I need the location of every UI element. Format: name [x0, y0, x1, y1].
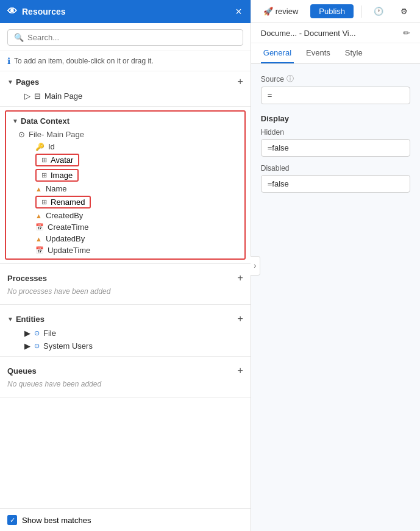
processes-header-left: Processes	[7, 274, 47, 283]
right-content: Source ⓘ Display Hidden Disabled	[251, 64, 420, 531]
renamed-icon: ⊞	[41, 198, 47, 206]
field-avatar-highlighted[interactable]: ⊞ Avatar	[35, 154, 79, 166]
entity-system-users-item[interactable]: ▶ ⊙ System Users	[0, 340, 251, 352]
header-title-group: 👁 Resources	[7, 6, 66, 17]
updatedby-label: UpdatedBy	[46, 234, 85, 243]
source-field-label: Source ⓘ	[261, 74, 410, 84]
entities-add-button[interactable]: +	[237, 313, 243, 324]
publish-label: Publish	[319, 7, 345, 16]
disabled-input[interactable]	[261, 175, 410, 193]
entity-systemusers-icon: ⊙	[34, 342, 40, 350]
preview-button[interactable]: 🚀 review	[258, 4, 304, 18]
pages-header-left: ▼ Pages	[7, 77, 39, 87]
data-context-chevron-icon: ▼	[12, 118, 18, 124]
best-matches-label: Show best matches	[22, 516, 91, 525]
display-section: Display Hidden Disabled	[261, 114, 410, 193]
info-icon: ℹ	[7, 56, 10, 66]
main-page-item[interactable]: ▷ ⊟ Main Page	[0, 90, 251, 102]
edit-icon[interactable]: ✏	[403, 28, 410, 38]
right-panel: 🚀 review Publish 🕐 ⚙ Docume... - Documen…	[251, 0, 420, 531]
display-label: Display	[261, 114, 410, 123]
updatedby-icon: ▲	[35, 235, 42, 243]
close-button[interactable]: ×	[234, 5, 243, 18]
field-id[interactable]: 🔑 Id	[6, 141, 244, 152]
field-name[interactable]: ▲ Name	[6, 183, 244, 194]
field-avatar-row: ⊞ Avatar	[6, 152, 244, 168]
breadcrumb-row: Docume... - Document Vi... ✏	[251, 23, 420, 43]
pages-label: Pages	[16, 77, 39, 87]
hidden-input[interactable]	[261, 139, 410, 157]
right-tabs: General Events Style	[251, 43, 420, 64]
file-group-header: ⊙ File- Main Page	[6, 128, 244, 141]
queues-header-left: Queues	[7, 366, 37, 376]
createdby-label: CreatedBy	[46, 211, 83, 220]
createtime-icon: 📅	[35, 223, 44, 231]
entities-label: Entities	[16, 315, 44, 324]
left-panel-header: 👁 Resources ×	[0, 0, 251, 23]
search-input[interactable]	[27, 33, 237, 42]
divider-3	[0, 304, 251, 305]
tab-general[interactable]: General	[261, 43, 294, 63]
processes-empty-msg: No processes have been added	[0, 286, 251, 301]
history-icon: 🕐	[374, 7, 383, 16]
renamed-label: Renamed	[51, 198, 85, 207]
pages-chevron-icon: ▼	[7, 79, 13, 85]
panel-title: Resources	[22, 7, 66, 16]
disabled-field-group: Disabled	[261, 164, 410, 193]
entity-file-label: File	[43, 329, 56, 338]
field-image-highlighted[interactable]: ⊞ Image	[35, 169, 79, 182]
field-createtime[interactable]: 📅 CreateTime	[6, 221, 244, 233]
page-icon: ▷	[24, 91, 30, 101]
field-renamed-highlighted[interactable]: ⊞ Renamed	[35, 196, 91, 208]
field-image-row: ⊞ Image	[6, 168, 244, 183]
field-updatetime[interactable]: 📅 UpdateTime	[6, 244, 244, 256]
divider-5	[0, 397, 251, 397]
processes-section-header: Processes +	[0, 268, 251, 286]
expand-arrow[interactable]: ›	[251, 256, 260, 276]
preview-icon: 🚀	[263, 7, 273, 16]
image-icon: ⊞	[41, 171, 47, 179]
topbar-divider	[361, 5, 361, 18]
id-label: Id	[48, 142, 55, 151]
search-area: 🔍	[0, 23, 251, 51]
left-panel: 👁 Resources × 🔍 ℹ To add an item, double…	[0, 0, 251, 531]
queues-add-button[interactable]: +	[237, 365, 243, 376]
hint-row: ℹ To add an item, double-click on it or …	[0, 51, 251, 71]
pages-section-header: ▼ Pages +	[0, 71, 251, 90]
divider-1	[0, 106, 251, 107]
entity-file-item[interactable]: ▶ ⊙ File	[0, 327, 251, 340]
search-icon: 🔍	[14, 33, 24, 42]
tab-style[interactable]: Style	[343, 43, 365, 63]
data-context-label: Data Context	[21, 116, 69, 126]
createtime-label: CreateTime	[48, 223, 88, 232]
settings-button[interactable]: ⚙	[396, 4, 413, 18]
file-group-icon: ⊙	[18, 130, 25, 139]
field-updatedby[interactable]: ▲ UpdatedBy	[6, 233, 244, 244]
eye-icon: 👁	[7, 6, 17, 17]
id-icon: 🔑	[35, 143, 44, 151]
data-context-section: ▼ Data Context ⊙ File- Main Page 🔑 Id ⊞ …	[5, 110, 246, 260]
processes-add-button[interactable]: +	[237, 273, 243, 283]
breadcrumb: Docume... - Document Vi...	[261, 29, 356, 38]
field-renamed-row: ⊞ Renamed	[6, 194, 244, 210]
history-button[interactable]: 🕐	[369, 4, 388, 18]
publish-button[interactable]: Publish	[310, 4, 354, 18]
hidden-field-group: Hidden	[261, 128, 410, 157]
file-group-label: File- Main Page	[29, 130, 84, 139]
hint-text: To add an item, double-click on it or dr…	[14, 57, 154, 65]
avatar-label: Avatar	[51, 155, 73, 165]
pages-add-button[interactable]: +	[237, 76, 243, 87]
best-matches-checkbox[interactable]: ✓	[7, 515, 17, 525]
entity-systemusers-arrow: ▶	[24, 341, 30, 351]
data-context-header: ▼ Data Context	[6, 114, 244, 128]
page-block-icon: ⊟	[34, 91, 41, 101]
bottom-bar: ✓ Show best matches	[0, 508, 251, 531]
search-box-container: 🔍	[7, 29, 243, 46]
source-input[interactable]	[261, 87, 410, 104]
entities-header-left: ▼ Entities	[7, 315, 44, 324]
queues-empty-msg: No queues have been added	[0, 379, 251, 393]
field-createdby[interactable]: ▲ CreatedBy	[6, 210, 244, 221]
tab-events[interactable]: Events	[304, 43, 333, 63]
queues-label: Queues	[7, 366, 37, 376]
right-topbar: 🚀 review Publish 🕐 ⚙	[251, 0, 420, 23]
